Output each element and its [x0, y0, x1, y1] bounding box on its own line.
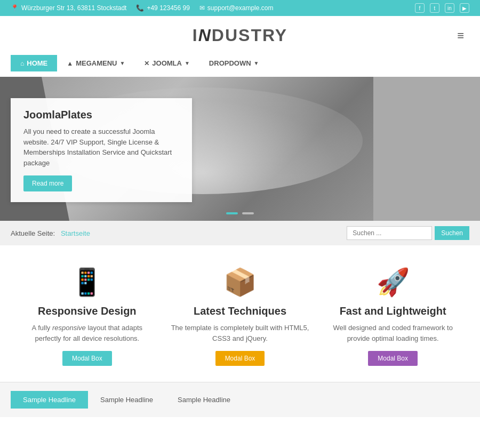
nav-home[interactable]: ⌂ HOME: [11, 55, 57, 71]
facebook-icon[interactable]: f: [415, 3, 425, 13]
feature-lightweight-title: Fast and Lightweight: [324, 305, 462, 317]
search-input[interactable]: [347, 226, 432, 240]
joomla-arrow: ▼: [185, 60, 190, 66]
email-item: ✉ support@example.com: [199, 4, 274, 12]
phone-text: +49 123456 99: [147, 4, 189, 12]
box-feature-icon: 📦: [171, 267, 309, 298]
feature-responsive: 📱 Responsive Design A fully responsive l…: [18, 267, 156, 366]
top-bar-left: 📍 Würzburger Str 13, 63811 Stockstadt 📞 …: [11, 4, 273, 12]
nav-megamenu-label: MEGAMENU: [76, 59, 117, 67]
hero-pagination: [226, 212, 254, 214]
hero-section: JoomlaPlates All you need to create a su…: [0, 77, 480, 221]
feature-techniques: 📦 Latest Techniques The template is comp…: [171, 267, 309, 366]
feature-responsive-desc: A fully responsive layout that adapts pe…: [18, 323, 156, 343]
home-icon: ⌂: [20, 60, 24, 67]
breadcrumb-current[interactable]: Startseite: [61, 229, 90, 237]
email-text: support@example.com: [207, 4, 274, 12]
header: INDUSTRY ≡: [0, 16, 480, 55]
feature-responsive-title: Responsive Design: [18, 305, 156, 317]
logo-highlight: N: [198, 26, 212, 45]
nav-joomla-label: JOOMLA: [152, 59, 182, 67]
feature-lightweight-desc: Well designed and coded framework to pro…: [324, 323, 462, 343]
site-logo[interactable]: INDUSTRY: [193, 26, 287, 45]
features-section: 📱 Responsive Design A fully responsive l…: [0, 245, 480, 382]
bottom-tabs: Sample Headline Sample Headline Sample H…: [0, 382, 480, 417]
hero-shape-right: [373, 77, 480, 221]
nav-joomla[interactable]: ✕ JOOMLA ▼: [134, 55, 199, 71]
megamenu-arrow: ▼: [119, 60, 125, 66]
read-more-button[interactable]: Read more: [23, 175, 72, 191]
main-nav: ⌂ HOME ▲ MEGAMENU ▼ ✕ JOOMLA ▼ DROPDOWN …: [0, 55, 480, 77]
hero-dot-1[interactable]: [226, 212, 238, 214]
phone-item: 📞 +49 123456 99: [136, 4, 189, 12]
breadcrumb: Aktuelle Seite: Startseite: [11, 229, 90, 237]
nav-dropdown[interactable]: DROPDOWN ▼: [199, 55, 269, 71]
hero-description: All you need to create a successful Joom…: [23, 126, 179, 168]
social-icons: f t in ▶: [415, 3, 469, 13]
nav-megamenu[interactable]: ▲ MEGAMENU ▼: [57, 55, 134, 71]
tab-1[interactable]: Sample Headline: [11, 391, 88, 409]
feature-lightweight-button[interactable]: Modal Box: [368, 351, 418, 366]
joomla-icon: ✕: [144, 60, 149, 67]
breadcrumb-label: Aktuelle Seite:: [11, 229, 55, 237]
feature-lightweight: 🚀 Fast and Lightweight Well designed and…: [324, 267, 462, 366]
tab-3[interactable]: Sample Headline: [165, 391, 243, 409]
logo-suffix: DUSTRY: [212, 26, 287, 45]
logo-text: I: [193, 26, 198, 45]
breadcrumb-bar: Aktuelle Seite: Startseite Suchen: [0, 221, 480, 245]
email-icon: ✉: [199, 4, 205, 12]
nav-home-label: HOME: [27, 59, 47, 67]
hero-content-box: JoomlaPlates All you need to create a su…: [11, 98, 192, 202]
search-form: Suchen: [347, 226, 469, 240]
address-item: 📍 Würzburger Str 13, 63811 Stockstadt: [11, 4, 126, 12]
rocket-feature-icon: 🚀: [324, 267, 462, 298]
address-text: Würzburger Str 13, 63811 Stockstadt: [21, 4, 126, 12]
hero-dot-2[interactable]: [242, 212, 254, 214]
feature-techniques-title: Latest Techniques: [171, 305, 309, 317]
megamenu-icon: ▲: [67, 60, 73, 67]
linkedin-icon[interactable]: in: [445, 3, 454, 13]
hamburger-icon[interactable]: ≡: [457, 29, 464, 43]
tab-2[interactable]: Sample Headline: [88, 391, 165, 409]
hero-title: JoomlaPlates: [23, 109, 179, 121]
location-icon: 📍: [11, 4, 19, 12]
phone-feature-icon: 📱: [18, 267, 156, 298]
feature-responsive-button[interactable]: Modal Box: [62, 351, 112, 366]
dropdown-arrow: ▼: [254, 60, 259, 66]
nav-dropdown-label: DROPDOWN: [209, 59, 251, 67]
search-button[interactable]: Suchen: [435, 226, 469, 240]
feature-techniques-button[interactable]: Modal Box: [215, 351, 265, 366]
phone-icon: 📞: [136, 4, 144, 12]
top-bar: 📍 Würzburger Str 13, 63811 Stockstadt 📞 …: [0, 0, 480, 16]
feature-techniques-desc: The template is completely built with HT…: [171, 323, 309, 343]
youtube-icon[interactable]: ▶: [460, 3, 469, 13]
twitter-icon[interactable]: t: [430, 3, 439, 13]
